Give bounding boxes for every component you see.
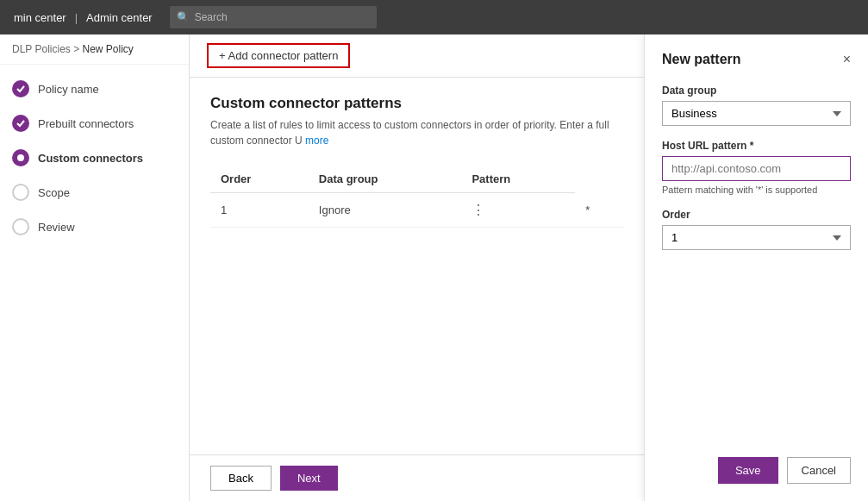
cancel-button[interactable]: Cancel <box>787 457 851 484</box>
order-select[interactable]: 1 2 3 <box>662 225 851 250</box>
breadcrumb-current: New Policy <box>83 43 134 55</box>
panel-close-button[interactable]: × <box>843 52 851 67</box>
col-pattern: Pattern <box>461 166 575 193</box>
content-toolbar: + Add connector pattern <box>190 34 644 78</box>
sidebar-label-prebuilt-connectors: Prebuilt connectors <box>38 117 134 130</box>
sidebar: DLP Policies > New Policy Policy name <box>0 34 190 501</box>
section-title: Custom connector patterns <box>210 95 623 112</box>
sidebar-label-custom-connectors: Custom connectors <box>38 152 143 165</box>
content-footer: Back Next <box>190 454 644 501</box>
panel-title: New pattern <box>662 52 741 67</box>
sidebar-label-review: Review <box>38 221 75 234</box>
check-icon-policy-name <box>12 80 29 97</box>
sidebar-item-review[interactable]: Review <box>0 210 189 244</box>
panel-footer: Save Cancel <box>662 457 851 484</box>
back-button[interactable]: Back <box>210 466 272 491</box>
data-group-label: Data group <box>662 85 851 97</box>
breadcrumb-parent[interactable]: DLP Policies <box>12 43 71 55</box>
check-icon-prebuilt <box>12 115 29 132</box>
learn-more-link[interactable]: more <box>305 135 328 147</box>
order-label: Order <box>662 209 851 221</box>
top-nav: min center | Admin center 🔍 <box>0 0 868 34</box>
empty-icon-review <box>12 218 29 235</box>
breadcrumb: DLP Policies > New Policy <box>0 34 189 65</box>
table-row: 1 Ignore ⋮ * <box>210 193 623 228</box>
order-field: Order 1 2 3 <box>662 209 851 250</box>
host-url-input[interactable] <box>662 156 851 181</box>
add-connector-pattern-button[interactable]: + Add connector pattern <box>207 43 350 68</box>
empty-icon-scope <box>12 184 29 201</box>
nav-items: Policy name Prebuilt connectors Custom c… <box>0 65 189 501</box>
next-button[interactable]: Next <box>280 466 338 491</box>
sidebar-item-custom-connectors[interactable]: Custom connectors <box>0 141 189 175</box>
cell-pattern: * <box>575 193 623 228</box>
host-url-field: Host URL pattern * Pattern matching with… <box>662 140 851 195</box>
host-url-label: Host URL pattern * <box>662 140 851 152</box>
sidebar-item-prebuilt-connectors[interactable]: Prebuilt connectors <box>0 106 189 141</box>
connectors-table: Order Data group Pattern 1 Ignore ⋮ * <box>210 166 623 228</box>
app-name: min center | Admin center <box>14 11 153 24</box>
content-area: + Add connector pattern Custom connector… <box>190 34 644 501</box>
search-bar[interactable]: 🔍 <box>170 6 377 28</box>
section-description: Create a list of rules to limit access t… <box>210 117 623 148</box>
sidebar-label-policy-name: Policy name <box>38 83 99 96</box>
content-body: Custom connector patterns Create a list … <box>190 78 644 454</box>
search-icon: 🔍 <box>177 11 190 23</box>
col-order: Order <box>210 166 309 193</box>
data-group-select[interactable]: Business Non-Business Blocked Ignore <box>662 101 851 126</box>
data-group-field: Data group Business Non-Business Blocked… <box>662 85 851 126</box>
sidebar-item-scope[interactable]: Scope <box>0 175 189 210</box>
cell-order: 1 <box>210 193 309 228</box>
save-button[interactable]: Save <box>718 457 778 484</box>
cell-data-group: Ignore <box>309 193 462 228</box>
search-input[interactable] <box>195 11 370 23</box>
sidebar-label-scope: Scope <box>38 186 70 199</box>
cell-dots-menu[interactable]: ⋮ <box>461 193 575 228</box>
sidebar-item-policy-name[interactable]: Policy name <box>0 72 189 106</box>
new-pattern-panel: New pattern × Data group Business Non-Bu… <box>644 34 868 501</box>
host-url-hint: Pattern matching with '*' is supported <box>662 185 851 195</box>
dot-icon-custom <box>12 149 29 166</box>
panel-header: New pattern × <box>662 52 851 67</box>
col-data-group: Data group <box>309 166 462 193</box>
